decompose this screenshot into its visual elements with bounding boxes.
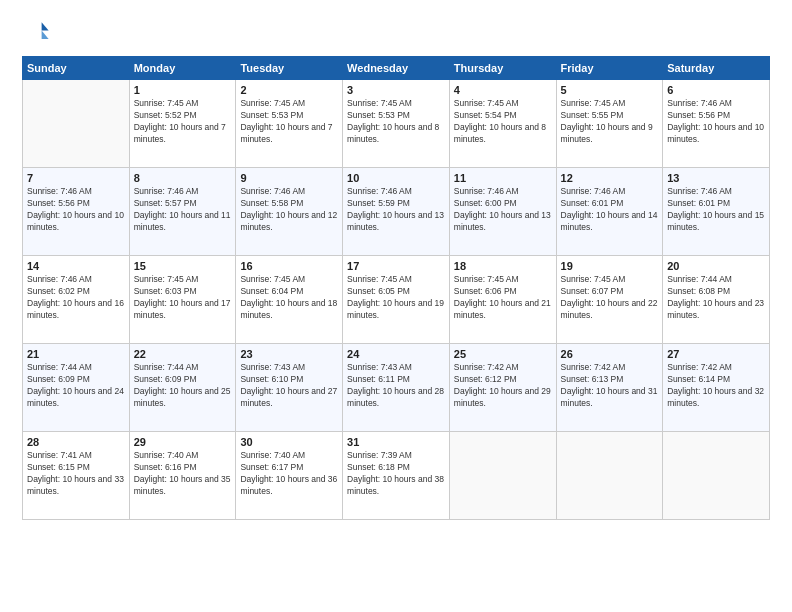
- daylight-label: Daylight: 10 hours and 10 minutes.: [667, 122, 764, 144]
- sunrise-label: Sunrise: 7:42 AM: [454, 362, 519, 372]
- sunrise-label: Sunrise: 7:46 AM: [667, 186, 732, 196]
- sunrise-label: Sunrise: 7:46 AM: [240, 186, 305, 196]
- day-number: 17: [347, 260, 445, 272]
- calendar-cell: 31 Sunrise: 7:39 AM Sunset: 6:18 PM Dayl…: [343, 432, 450, 520]
- sunset-label: Sunset: 5:55 PM: [561, 110, 624, 120]
- sunrise-label: Sunrise: 7:45 AM: [134, 274, 199, 284]
- calendar-cell: 24 Sunrise: 7:43 AM Sunset: 6:11 PM Dayl…: [343, 344, 450, 432]
- sunset-label: Sunset: 6:11 PM: [347, 374, 410, 384]
- daylight-label: Daylight: 10 hours and 13 minutes.: [347, 210, 444, 232]
- calendar-cell: 16 Sunrise: 7:45 AM Sunset: 6:04 PM Dayl…: [236, 256, 343, 344]
- day-number: 1: [134, 84, 232, 96]
- day-info: Sunrise: 7:43 AM Sunset: 6:11 PM Dayligh…: [347, 362, 445, 410]
- sunset-label: Sunset: 6:02 PM: [27, 286, 90, 296]
- daylight-label: Daylight: 10 hours and 15 minutes.: [667, 210, 764, 232]
- header-row: SundayMondayTuesdayWednesdayThursdayFrid…: [23, 57, 770, 80]
- day-number: 5: [561, 84, 659, 96]
- daylight-label: Daylight: 10 hours and 23 minutes.: [667, 298, 764, 320]
- sunrise-label: Sunrise: 7:46 AM: [667, 98, 732, 108]
- header-day: Thursday: [449, 57, 556, 80]
- day-number: 14: [27, 260, 125, 272]
- day-number: 29: [134, 436, 232, 448]
- calendar-cell: 21 Sunrise: 7:44 AM Sunset: 6:09 PM Dayl…: [23, 344, 130, 432]
- calendar-week: 28 Sunrise: 7:41 AM Sunset: 6:15 PM Dayl…: [23, 432, 770, 520]
- sunset-label: Sunset: 5:56 PM: [667, 110, 730, 120]
- day-info: Sunrise: 7:44 AM Sunset: 6:08 PM Dayligh…: [667, 274, 765, 322]
- sunrise-label: Sunrise: 7:46 AM: [27, 186, 92, 196]
- sunrise-label: Sunrise: 7:45 AM: [561, 274, 626, 284]
- daylight-label: Daylight: 10 hours and 7 minutes.: [240, 122, 332, 144]
- daylight-label: Daylight: 10 hours and 9 minutes.: [561, 122, 653, 144]
- header: [22, 18, 770, 46]
- day-number: 2: [240, 84, 338, 96]
- day-number: 26: [561, 348, 659, 360]
- calendar-cell: 22 Sunrise: 7:44 AM Sunset: 6:09 PM Dayl…: [129, 344, 236, 432]
- day-number: 15: [134, 260, 232, 272]
- sunrise-label: Sunrise: 7:42 AM: [667, 362, 732, 372]
- calendar-week: 1 Sunrise: 7:45 AM Sunset: 5:52 PM Dayli…: [23, 80, 770, 168]
- day-number: 23: [240, 348, 338, 360]
- sunrise-label: Sunrise: 7:46 AM: [347, 186, 412, 196]
- day-info: Sunrise: 7:46 AM Sunset: 6:01 PM Dayligh…: [561, 186, 659, 234]
- sunset-label: Sunset: 5:57 PM: [134, 198, 197, 208]
- sunrise-label: Sunrise: 7:41 AM: [27, 450, 92, 460]
- sunset-label: Sunset: 5:59 PM: [347, 198, 410, 208]
- sunset-label: Sunset: 5:54 PM: [454, 110, 517, 120]
- daylight-label: Daylight: 10 hours and 13 minutes.: [454, 210, 551, 232]
- sunrise-label: Sunrise: 7:44 AM: [134, 362, 199, 372]
- day-info: Sunrise: 7:46 AM Sunset: 5:59 PM Dayligh…: [347, 186, 445, 234]
- day-number: 21: [27, 348, 125, 360]
- calendar-cell: 23 Sunrise: 7:43 AM Sunset: 6:10 PM Dayl…: [236, 344, 343, 432]
- daylight-label: Daylight: 10 hours and 8 minutes.: [454, 122, 546, 144]
- daylight-label: Daylight: 10 hours and 21 minutes.: [454, 298, 551, 320]
- daylight-label: Daylight: 10 hours and 16 minutes.: [27, 298, 124, 320]
- day-number: 31: [347, 436, 445, 448]
- daylight-label: Daylight: 10 hours and 10 minutes.: [27, 210, 124, 232]
- sunrise-label: Sunrise: 7:44 AM: [667, 274, 732, 284]
- day-info: Sunrise: 7:45 AM Sunset: 5:54 PM Dayligh…: [454, 98, 552, 146]
- day-number: 13: [667, 172, 765, 184]
- day-info: Sunrise: 7:45 AM Sunset: 5:53 PM Dayligh…: [240, 98, 338, 146]
- day-info: Sunrise: 7:45 AM Sunset: 6:07 PM Dayligh…: [561, 274, 659, 322]
- day-info: Sunrise: 7:41 AM Sunset: 6:15 PM Dayligh…: [27, 450, 125, 498]
- day-number: 9: [240, 172, 338, 184]
- day-info: Sunrise: 7:46 AM Sunset: 6:00 PM Dayligh…: [454, 186, 552, 234]
- day-number: 19: [561, 260, 659, 272]
- sunrise-label: Sunrise: 7:46 AM: [134, 186, 199, 196]
- daylight-label: Daylight: 10 hours and 36 minutes.: [240, 474, 337, 496]
- day-info: Sunrise: 7:46 AM Sunset: 6:01 PM Dayligh…: [667, 186, 765, 234]
- daylight-label: Daylight: 10 hours and 11 minutes.: [134, 210, 231, 232]
- sunset-label: Sunset: 5:58 PM: [240, 198, 303, 208]
- calendar-cell: 12 Sunrise: 7:46 AM Sunset: 6:01 PM Dayl…: [556, 168, 663, 256]
- day-info: Sunrise: 7:42 AM Sunset: 6:12 PM Dayligh…: [454, 362, 552, 410]
- sunset-label: Sunset: 6:05 PM: [347, 286, 410, 296]
- calendar-cell: [23, 80, 130, 168]
- calendar-cell: 13 Sunrise: 7:46 AM Sunset: 6:01 PM Dayl…: [663, 168, 770, 256]
- day-number: 30: [240, 436, 338, 448]
- page: SundayMondayTuesdayWednesdayThursdayFrid…: [0, 0, 792, 532]
- sunset-label: Sunset: 6:14 PM: [667, 374, 730, 384]
- svg-marker-1: [42, 31, 49, 39]
- calendar-cell: 9 Sunrise: 7:46 AM Sunset: 5:58 PM Dayli…: [236, 168, 343, 256]
- day-info: Sunrise: 7:44 AM Sunset: 6:09 PM Dayligh…: [27, 362, 125, 410]
- calendar-cell: 26 Sunrise: 7:42 AM Sunset: 6:13 PM Dayl…: [556, 344, 663, 432]
- sunset-label: Sunset: 6:06 PM: [454, 286, 517, 296]
- sunset-label: Sunset: 5:53 PM: [240, 110, 303, 120]
- sunrise-label: Sunrise: 7:45 AM: [561, 98, 626, 108]
- calendar-cell: 1 Sunrise: 7:45 AM Sunset: 5:52 PM Dayli…: [129, 80, 236, 168]
- day-number: 11: [454, 172, 552, 184]
- calendar-week: 21 Sunrise: 7:44 AM Sunset: 6:09 PM Dayl…: [23, 344, 770, 432]
- daylight-label: Daylight: 10 hours and 35 minutes.: [134, 474, 231, 496]
- daylight-label: Daylight: 10 hours and 17 minutes.: [134, 298, 231, 320]
- daylight-label: Daylight: 10 hours and 33 minutes.: [27, 474, 124, 496]
- daylight-label: Daylight: 10 hours and 14 minutes.: [561, 210, 658, 232]
- day-number: 16: [240, 260, 338, 272]
- header-day: Monday: [129, 57, 236, 80]
- sunrise-label: Sunrise: 7:46 AM: [27, 274, 92, 284]
- day-number: 12: [561, 172, 659, 184]
- header-day: Sunday: [23, 57, 130, 80]
- daylight-label: Daylight: 10 hours and 32 minutes.: [667, 386, 764, 408]
- sunset-label: Sunset: 6:03 PM: [134, 286, 197, 296]
- calendar-cell: 18 Sunrise: 7:45 AM Sunset: 6:06 PM Dayl…: [449, 256, 556, 344]
- sunset-label: Sunset: 6:01 PM: [561, 198, 624, 208]
